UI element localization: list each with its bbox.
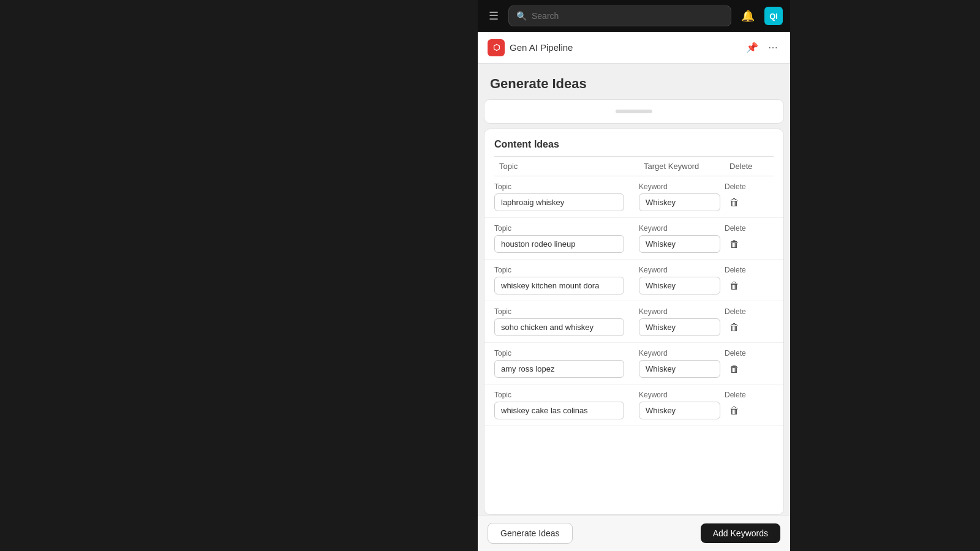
bell-icon: 🔔	[741, 10, 755, 22]
app-title: Gen AI Pipeline	[510, 42, 573, 53]
topic-input-5[interactable]	[494, 402, 624, 419]
table-row: Topic Keyword Delete 🗑	[484, 384, 783, 426]
pin-button[interactable]: 📌	[744, 39, 761, 56]
app-header-left: ⬡ Gen AI Pipeline	[488, 39, 573, 56]
search-icon: 🔍	[516, 11, 527, 21]
topic-input-0[interactable]	[494, 193, 624, 211]
hamburger-button[interactable]: ☰	[485, 6, 502, 26]
table-row: Topic Keyword Delete 🗑	[484, 176, 783, 218]
app-header: ⬡ Gen AI Pipeline 📌 ⋯	[478, 32, 790, 64]
delete-label-3: Delete	[725, 307, 774, 316]
search-input[interactable]	[532, 11, 723, 21]
keyword-input-1[interactable]	[639, 235, 720, 253]
table-header: Topic Target Keyword Delete	[494, 156, 774, 176]
add-keywords-button[interactable]: Add Keywords	[701, 523, 780, 543]
topic-label-1: Topic	[494, 224, 639, 233]
topic-label-4: Topic	[494, 349, 639, 358]
app-logo: ⬡	[488, 39, 505, 56]
more-button[interactable]: ⋯	[766, 39, 780, 56]
app-header-right: 📌 ⋯	[744, 39, 780, 56]
delete-button-5[interactable]: 🗑	[727, 403, 742, 419]
topic-input-3[interactable]	[494, 318, 624, 336]
generate-ideas-button[interactable]: Generate Ideas	[488, 523, 573, 544]
content-ideas-card: Content Ideas Topic Target Keyword Delet…	[484, 129, 784, 515]
topic-label-2: Topic	[494, 266, 639, 274]
keyword-input-4[interactable]	[639, 360, 720, 378]
keyword-label-0: Keyword	[639, 182, 725, 191]
delete-label-4: Delete	[725, 349, 774, 358]
topic-label-3: Topic	[494, 307, 639, 316]
keyword-label-4: Keyword	[639, 349, 725, 358]
delete-button-2[interactable]: 🗑	[727, 278, 742, 294]
keyword-input-5[interactable]	[639, 402, 720, 419]
col-keyword: Target Keyword	[639, 162, 725, 171]
logo-icon: ⬡	[493, 43, 500, 52]
delete-label-0: Delete	[725, 182, 774, 191]
hamburger-icon: ☰	[489, 9, 499, 23]
more-icon: ⋯	[768, 42, 778, 53]
keyword-input-3[interactable]	[639, 318, 720, 336]
pin-icon: 📌	[746, 42, 758, 53]
search-bar[interactable]: 🔍	[508, 6, 731, 26]
col-delete: Delete	[725, 162, 774, 171]
topic-label-5: Topic	[494, 391, 639, 399]
card-header-row: Content Ideas Topic Target Keyword Delet…	[484, 129, 783, 176]
col-topic: Topic	[494, 162, 639, 171]
page-title-area: Generate Ideas	[478, 64, 790, 99]
delete-button-3[interactable]: 🗑	[727, 320, 742, 335]
page-title: Generate Ideas	[490, 76, 778, 92]
keyword-label-2: Keyword	[639, 266, 725, 274]
collapsed-section	[484, 99, 784, 124]
top-nav: ☰ 🔍 🔔 QI	[478, 0, 790, 32]
user-avatar-button[interactable]: QI	[764, 7, 783, 25]
app-wrapper: ☰ 🔍 🔔 QI ⬡ Gen AI Pipeline	[0, 0, 980, 551]
delete-label-2: Delete	[725, 266, 774, 274]
topic-input-4[interactable]	[494, 360, 624, 378]
delete-label-5: Delete	[725, 391, 774, 399]
topic-input-1[interactable]	[494, 235, 624, 253]
table-row: Topic Keyword Delete 🗑	[484, 218, 783, 260]
delete-button-0[interactable]: 🗑	[727, 195, 742, 211]
delete-button-1[interactable]: 🗑	[727, 236, 742, 252]
keyword-label-1: Keyword	[639, 224, 725, 233]
collapsed-pill	[616, 110, 652, 113]
topic-label-0: Topic	[494, 182, 639, 191]
card-title: Content Ideas	[494, 139, 774, 150]
delete-label-1: Delete	[725, 224, 774, 233]
table-row: Topic Keyword Delete 🗑	[484, 260, 783, 301]
keyword-label-3: Keyword	[639, 307, 725, 316]
notification-button[interactable]: 🔔	[737, 6, 758, 26]
footer-bar: Generate Ideas Add Keywords	[478, 515, 790, 551]
delete-button-4[interactable]: 🗑	[727, 361, 742, 377]
topic-input-2[interactable]	[494, 277, 624, 294]
table-row: Topic Keyword Delete 🗑	[484, 343, 783, 384]
rows-container: Topic Keyword Delete 🗑 Topic Keyword Del	[484, 176, 783, 514]
keyword-input-2[interactable]	[639, 277, 720, 294]
table-row: Topic Keyword Delete 🗑	[484, 301, 783, 343]
avatar-label: QI	[769, 12, 778, 21]
keyword-input-0[interactable]	[639, 193, 720, 211]
main-panel: ☰ 🔍 🔔 QI ⬡ Gen AI Pipeline	[478, 0, 790, 551]
keyword-label-5: Keyword	[639, 391, 725, 399]
